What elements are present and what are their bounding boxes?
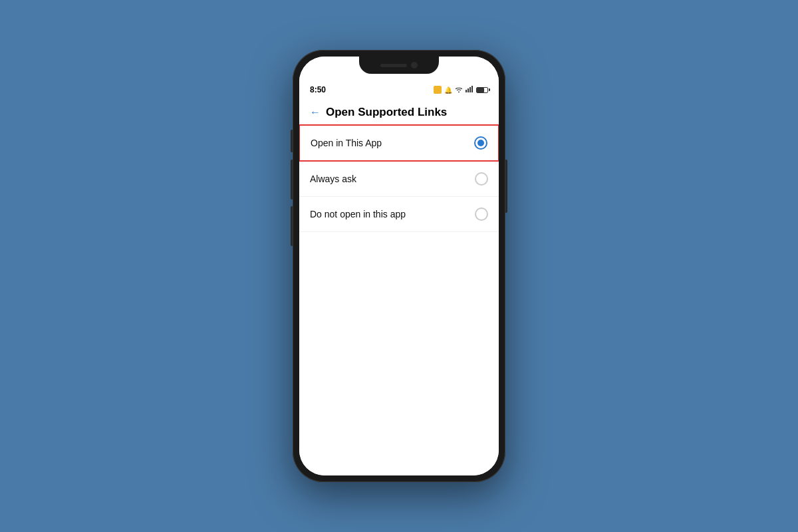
camera <box>411 62 418 68</box>
svg-rect-2 <box>469 87 471 92</box>
notch <box>359 57 439 74</box>
wifi-icon <box>455 86 463 94</box>
option-do-not-open-label: Do not open in this app <box>310 209 406 219</box>
page-title: Open Supported Links <box>326 106 447 119</box>
option-open-in-this-app[interactable]: Open in This App <box>299 124 499 162</box>
svg-rect-3 <box>471 86 473 92</box>
option-always-ask-label: Always ask <box>310 174 356 184</box>
status-bar: 8:50 🔔 <box>299 80 499 99</box>
option-open-in-this-app-label: Open in This App <box>311 138 382 148</box>
notch-area <box>299 57 499 80</box>
option-do-not-open[interactable]: Do not open in this app <box>299 197 499 232</box>
radio-do-not-open <box>475 207 488 221</box>
radio-always-ask <box>475 172 488 186</box>
status-time: 8:50 <box>310 85 326 94</box>
mute-button <box>291 130 293 152</box>
bell-icon: 🔔 <box>444 86 452 94</box>
page-header: ← Open Supported Links <box>299 99 499 124</box>
svg-rect-0 <box>466 90 467 92</box>
speaker <box>380 64 407 67</box>
signal-icon <box>466 86 473 94</box>
notification-dot <box>434 86 442 94</box>
status-icons: 🔔 <box>432 86 488 94</box>
volume-down-button <box>291 206 293 246</box>
back-button[interactable]: ← <box>310 106 321 118</box>
option-always-ask[interactable]: Always ask <box>299 162 499 197</box>
battery-icon <box>476 87 488 93</box>
volume-up-button <box>291 160 293 200</box>
radio-open-in-this-app <box>474 136 487 150</box>
svg-rect-1 <box>467 88 469 92</box>
power-button <box>505 160 507 213</box>
content-area: Open in This App Always ask Do not open … <box>299 124 499 475</box>
phone-screen: 8:50 🔔 <box>299 57 499 475</box>
phone-mockup: 8:50 🔔 <box>293 50 505 482</box>
